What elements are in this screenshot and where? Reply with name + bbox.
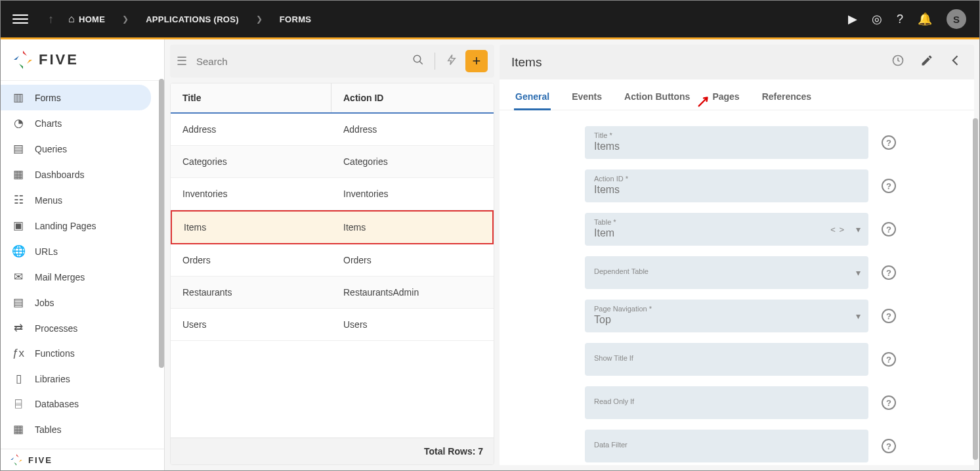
- bolt-icon[interactable]: [446, 53, 458, 70]
- breadcrumb-forms[interactable]: FORMS: [280, 14, 311, 24]
- help-icon[interactable]: ?: [882, 439, 896, 453]
- edit-icon[interactable]: [920, 54, 933, 70]
- sidebar-item-processes[interactable]: ⇄Processes: [1, 315, 151, 341]
- hamburger-menu-icon[interactable]: [12, 11, 28, 27]
- table-row[interactable]: OrdersOrders: [171, 244, 494, 277]
- code-icon[interactable]: < >: [830, 225, 845, 235]
- search-input[interactable]: [196, 56, 404, 67]
- tab-references[interactable]: References: [761, 87, 813, 110]
- dependent-table-field[interactable]: Dependent Table ▾: [585, 256, 868, 289]
- data-filter-field[interactable]: Data Filter: [585, 430, 868, 462]
- help-icon[interactable]: ?: [882, 179, 896, 193]
- cell-title: Categories: [171, 146, 331, 177]
- forms-table: Title Action ID AddressAddressCategories…: [170, 83, 494, 465]
- sidebar-item-label: Forms: [35, 93, 61, 103]
- field-value: Top: [594, 314, 859, 326]
- field-label: Read Only If: [594, 397, 859, 405]
- column-header-actionid[interactable]: Action ID: [331, 83, 494, 112]
- tab-general[interactable]: General: [514, 87, 551, 110]
- sidebar-item-tables[interactable]: ▦Tables: [1, 416, 151, 442]
- logo-mark-icon: [12, 49, 33, 70]
- sidebar-footer[interactable]: FIVE: [1, 449, 164, 470]
- svg-point-0: [414, 55, 421, 62]
- sidebar-footer-label: FIVE: [28, 455, 53, 465]
- table-row[interactable]: AddressAddress: [171, 114, 494, 146]
- help-icon[interactable]: ?: [882, 265, 896, 280]
- logo-text: FIVE: [39, 51, 79, 68]
- chevron-down-icon[interactable]: ▾: [856, 224, 861, 235]
- show-title-if-field[interactable]: Show Title If: [585, 343, 868, 376]
- scrollbar[interactable]: [159, 79, 164, 368]
- table-row[interactable]: InventoriesInventories: [171, 178, 494, 210]
- breadcrumb-home[interactable]: ⌂ HOME: [68, 13, 105, 25]
- sidebar-item-instances[interactable]: ▢Instances: [1, 442, 151, 449]
- sidebar-item-urls[interactable]: 🌐URLs: [1, 238, 151, 264]
- sidebar-item-queries[interactable]: ▤Queries: [1, 136, 151, 162]
- help-icon[interactable]: ?: [882, 135, 896, 150]
- field-value: Items: [594, 141, 859, 152]
- tab-pages[interactable]: Pages: [711, 87, 740, 110]
- page-navigation-field[interactable]: Page Navigation * Top ▾: [585, 300, 868, 332]
- sidebar-item-libraries[interactable]: ▯Libraries: [1, 366, 151, 392]
- sidebar-item-label: Mail Merges: [35, 272, 85, 282]
- add-button[interactable]: +: [465, 50, 488, 72]
- sidebar-item-label: URLs: [35, 246, 58, 257]
- tab-action-buttons[interactable]: Action Buttons: [623, 87, 691, 110]
- sidebar-item-landing-pages[interactable]: ▣Landing Pages: [1, 213, 151, 238]
- help-icon[interactable]: ?: [882, 352, 896, 367]
- sidebar-item-databases[interactable]: ⌸Databases: [1, 392, 151, 416]
- sidebar-item-dashboards[interactable]: ▦Dashboards: [1, 162, 151, 187]
- inspect-icon[interactable]: ◎: [872, 12, 882, 26]
- tab-events[interactable]: Events: [570, 87, 603, 110]
- sidebar-item-mail-merges[interactable]: ✉Mail Merges: [1, 264, 151, 290]
- help-icon[interactable]: ?: [882, 222, 896, 236]
- column-header-title[interactable]: Title: [171, 83, 331, 112]
- topbar-right: ▶ ◎ ? 🔔 S: [848, 9, 973, 29]
- up-arrow-icon[interactable]: ↑: [48, 12, 54, 26]
- help-icon[interactable]: ?: [882, 395, 896, 410]
- user-avatar[interactable]: S: [947, 9, 966, 29]
- breadcrumb-applications[interactable]: APPLICATIONS (ROS): [146, 14, 239, 24]
- cell-actionid: Categories: [331, 146, 494, 177]
- logo[interactable]: FIVE: [1, 39, 164, 81]
- scrollbar[interactable]: [973, 118, 978, 460]
- chevron-down-icon[interactable]: ▾: [856, 311, 861, 321]
- sidebar-item-icon: ⌸: [11, 397, 26, 411]
- bell-icon[interactable]: 🔔: [918, 12, 932, 26]
- table-field[interactable]: Table * Item < > ▾: [585, 213, 868, 246]
- detail-header: Items: [500, 45, 974, 79]
- title-field[interactable]: Title * Items: [585, 126, 868, 159]
- sidebar-item-jobs[interactable]: ▤Jobs: [1, 290, 151, 315]
- table-row[interactable]: ItemsItems: [171, 210, 494, 244]
- actionid-field[interactable]: Action ID * Items: [585, 169, 868, 202]
- sidebar-item-charts[interactable]: ◔Charts: [1, 110, 151, 136]
- history-icon[interactable]: [891, 54, 905, 70]
- sidebar-item-label: Dashboards: [35, 169, 85, 180]
- cell-title: Users: [171, 309, 331, 340]
- table-row[interactable]: RestaurantsRestaurantsAdmin: [171, 277, 494, 309]
- help-icon[interactable]: ?: [882, 309, 896, 323]
- read-only-if-field[interactable]: Read Only If: [585, 386, 868, 419]
- chevron-down-icon[interactable]: ▾: [856, 267, 861, 278]
- sidebar-item-forms[interactable]: ▥Forms: [1, 85, 151, 110]
- sidebar-item-icon: ✉: [11, 270, 26, 284]
- search-icon[interactable]: [412, 54, 424, 69]
- table-row[interactable]: UsersUsers: [171, 309, 494, 341]
- tabs-row: GeneralEventsAction ButtonsPagesReferenc…: [500, 79, 974, 110]
- cell-actionid: RestaurantsAdmin: [331, 277, 494, 308]
- sidebar-item-label: Charts: [35, 118, 62, 129]
- field-value: Item: [594, 227, 859, 239]
- back-arrow-icon[interactable]: [949, 54, 962, 70]
- table-row[interactable]: CategoriesCategories: [171, 146, 494, 178]
- sidebar-item-menus[interactable]: ☷Menus: [1, 187, 151, 213]
- table-footer: Total Rows: 7: [171, 437, 494, 464]
- play-icon[interactable]: ▶: [848, 12, 857, 26]
- top-bar: ↑ ⌂ HOME ❯ APPLICATIONS (ROS) ❯ FORMS ▶ …: [1, 1, 979, 37]
- cell-actionid: Orders: [331, 244, 494, 276]
- sidebar-item-functions[interactable]: ƒxFunctions: [1, 341, 151, 366]
- sidebar-item-icon: 🌐: [11, 244, 26, 258]
- detail-title: Items: [511, 55, 542, 70]
- filter-icon[interactable]: ☰: [177, 54, 188, 68]
- help-icon[interactable]: ?: [897, 12, 903, 26]
- detail-panel: Items GeneralEventsAction ButtonsPagesRe…: [500, 39, 979, 470]
